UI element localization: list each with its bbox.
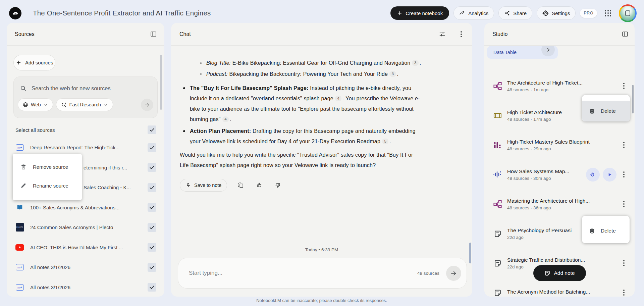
bullet-icon <box>183 87 185 89</box>
chat-input-bar: 48 sources <box>178 258 467 289</box>
source-checkbox[interactable] <box>148 243 156 252</box>
notes-source-icon: m+ <box>15 264 24 270</box>
gear-icon <box>542 10 549 16</box>
add-note-button[interactable]: Add note <box>533 265 586 281</box>
note-icon <box>492 230 502 238</box>
analytics-button[interactable]: Analytics <box>453 6 494 20</box>
source-checkbox[interactable] <box>148 263 156 272</box>
source-row[interactable]: AI CEO: THIS is How I'd Make My First ..… <box>7 238 164 258</box>
audio-waveform-icon <box>492 170 502 179</box>
studio-panel-header: Studio <box>484 23 635 46</box>
source-checkbox[interactable] <box>148 203 156 212</box>
share-icon <box>504 10 510 16</box>
chat-bullet: The "Buy It For Life Basecamp" Splash Pa… <box>180 83 421 124</box>
web-filter-chip[interactable]: Web <box>18 98 53 111</box>
google-apps-grid-button[interactable] <box>601 9 614 18</box>
mind-map-icon <box>492 82 502 91</box>
citation-chip[interactable]: 4 <box>222 116 229 122</box>
remove-source-menu-item[interactable]: Remove source <box>13 157 82 176</box>
play-audio-button[interactable] <box>603 168 616 182</box>
hand-wave-icon <box>590 171 596 178</box>
source-row[interactable]: m+ All notes 3/1/2026 <box>7 277 164 297</box>
research-mode-chip[interactable]: Fast Research <box>56 98 113 111</box>
source-checkbox[interactable] <box>148 183 156 192</box>
chat-scrollbar-thumb[interactable] <box>469 243 471 263</box>
studio-panel-title: Studio <box>492 31 507 37</box>
studio-delete-menu: Delete <box>582 216 630 243</box>
rename-source-menu-item[interactable]: Rename source <box>13 176 82 195</box>
notebooklm-logo-icon[interactable] <box>9 7 21 19</box>
studio-item-row[interactable]: How Sales Systems Map...48 sources · 30m… <box>484 160 635 189</box>
copy-response-button[interactable] <box>236 181 246 190</box>
chat-message-input[interactable] <box>188 269 417 277</box>
chat-panel-title: Chat <box>179 31 191 37</box>
thumbs-down-button[interactable] <box>273 181 282 190</box>
select-all-label: Select all sources <box>15 127 55 133</box>
chat-panel-header: Chat <box>171 23 472 46</box>
interactive-mode-button[interactable] <box>586 168 600 182</box>
pencil-icon <box>20 182 27 189</box>
apps-grid-icon <box>605 10 611 16</box>
select-all-checkbox[interactable] <box>148 125 156 134</box>
studio-scrollbar-thumb[interactable] <box>632 85 634 113</box>
source-checkbox[interactable] <box>148 143 156 152</box>
note-icon <box>544 270 550 276</box>
source-checkbox[interactable] <box>148 223 156 232</box>
sources-panel-title: Sources <box>15 31 35 37</box>
notebooklm-app: The One-Sentence Profit Extractor and AI… <box>0 0 644 306</box>
source-checkbox[interactable] <box>148 283 156 292</box>
studio-item-menu-button[interactable] <box>621 258 627 268</box>
citation-chip[interactable]: 3 <box>412 60 418 66</box>
source-row[interactable]: PLECTO 24 Common Sales Acronyms | Plecto <box>7 217 164 238</box>
send-arrow-icon <box>450 270 457 277</box>
submit-search-button[interactable] <box>141 99 153 111</box>
trash-icon <box>589 108 595 114</box>
thumbs-up-button[interactable] <box>255 181 264 190</box>
source-checkbox[interactable] <box>148 163 156 172</box>
book-source-icon <box>15 204 24 211</box>
thumbs-down-icon <box>274 182 281 189</box>
delete-menu-item[interactable]: Delete <box>582 220 630 241</box>
play-icon <box>607 172 612 177</box>
thumbs-up-icon <box>256 182 263 189</box>
studio-panel: Studio Data Table The Architecture of Hi… <box>484 23 635 297</box>
note-icon <box>492 259 502 267</box>
sources-panel-header: Sources <box>7 23 164 46</box>
chat-more-menu-button[interactable] <box>457 28 465 41</box>
user-avatar[interactable] <box>619 4 637 22</box>
studio-item-menu-button[interactable] <box>621 199 627 209</box>
studio-item-menu-button[interactable] <box>621 169 627 180</box>
chat-sub-bullet: Blog Title: E-Bike Bikepacking: Essentia… <box>180 58 421 68</box>
studio-item-menu-button[interactable] <box>621 81 627 91</box>
tune-icon <box>439 31 446 38</box>
create-notebook-button[interactable]: Create notebook <box>390 6 449 20</box>
audio-actions <box>586 168 616 182</box>
delete-menu-item[interactable]: Delete <box>582 101 630 121</box>
add-sources-button[interactable]: Add sources <box>13 55 55 70</box>
settings-button[interactable]: Settings <box>537 6 576 20</box>
source-row[interactable]: m+ All notes 3/1/2026 <box>7 257 164 277</box>
bullet-icon <box>183 130 185 132</box>
chat-sub-bullet: Podcast: Bikepacking the Backcountry: Po… <box>180 69 421 79</box>
source-row[interactable]: 100+ Sales Acronyms & Abbreviations... <box>7 198 164 218</box>
source-context-menu: Remove source Rename source <box>13 154 82 200</box>
plecto-favicon: PLECTO <box>15 223 24 232</box>
studio-item-row[interactable]: High-Ticket Mastery Sales Blueprint48 so… <box>484 130 635 160</box>
citation-chip[interactable]: 5 <box>382 139 388 144</box>
collapse-studio-panel-button[interactable] <box>620 29 630 39</box>
send-message-button[interactable] <box>446 266 461 281</box>
studio-item-menu-button[interactable] <box>621 140 627 150</box>
search-sources-input[interactable] <box>31 85 151 92</box>
citation-chip[interactable]: 3 <box>389 71 396 77</box>
share-button[interactable]: Share <box>498 6 532 20</box>
header-actions: Create notebook Analytics Share Settings… <box>390 4 637 22</box>
save-to-note-button[interactable]: Save to note <box>180 179 227 192</box>
chat-settings-button[interactable] <box>437 29 447 39</box>
citation-chip[interactable]: 4 <box>335 96 341 101</box>
chat-bullet: Action Plan Placement: Drafting the copy… <box>180 126 421 147</box>
studio-item-menu-button[interactable] <box>621 288 627 297</box>
sources-scrollbar-thumb[interactable] <box>160 55 162 110</box>
notebook-title[interactable]: The One-Sentence Profit Extractor and AI… <box>33 9 211 17</box>
collapse-sources-panel-button[interactable] <box>149 29 158 39</box>
studio-item-row[interactable]: Mastering the Architecture of High...48 … <box>484 189 635 219</box>
